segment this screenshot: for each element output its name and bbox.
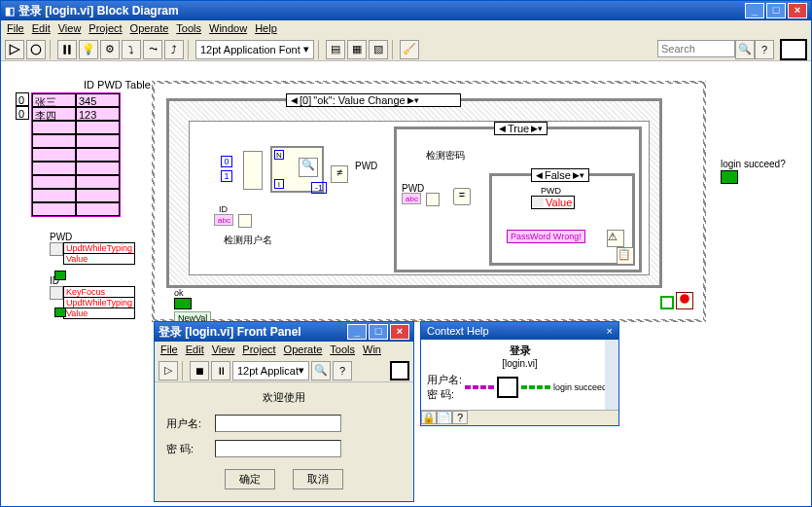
cleanup-button[interactable]: 🧹 — [400, 40, 419, 59]
menu-tools[interactable]: Tools — [176, 22, 201, 36]
table-row[interactable]: 345 — [76, 93, 120, 107]
fp-menu-edit[interactable]: Edit — [186, 344, 204, 357]
fp-menu-operate[interactable]: Operate — [284, 344, 323, 357]
event-prev-icon[interactable]: ◀ — [291, 95, 298, 105]
ch-close-icon[interactable]: × — [607, 325, 613, 337]
table-index-1[interactable]: 0 — [16, 106, 29, 120]
table-row[interactable]: 张三 — [32, 93, 76, 107]
dialog-outer[interactable]: 📋 — [617, 247, 634, 265]
menu-window[interactable]: Window — [209, 22, 247, 36]
id-control[interactable]: abc — [214, 214, 233, 226]
fp-ok-button[interactable]: 确定 — [225, 469, 275, 489]
context-help-window[interactable]: Context Help × 登录 [login.vi] 用户名: 密 码: l… — [420, 321, 619, 426]
pwd-control[interactable]: abc — [402, 193, 421, 204]
fp-help-icon[interactable]: ? — [333, 361, 352, 380]
search-icon[interactable]: 🔍 — [735, 40, 755, 59]
fp-search-icon[interactable]: 🔍 — [311, 361, 331, 380]
menu-view[interactable]: View — [58, 22, 82, 36]
fp-font-selector[interactable]: 12pt Applicat▾ — [232, 361, 309, 380]
unbundle-node[interactable] — [243, 151, 263, 190]
event-structure[interactable]: ◀ [0] "ok": Value Change ▶▾ ◀True▶▾ 检测密码… — [166, 98, 662, 288]
const-0[interactable]: 0 — [221, 156, 232, 167]
loop-tunnel[interactable] — [660, 296, 674, 309]
pause-button[interactable] — [57, 40, 77, 59]
case-false-selector[interactable]: ◀False▶▾ — [531, 168, 589, 182]
distribute-button[interactable]: ▦ — [347, 40, 367, 59]
dialog-node[interactable]: ⚠ — [607, 230, 624, 247]
fp-titlebar[interactable]: 登录 [login.vi] Front Panel _ □ × — [155, 322, 413, 342]
minus1-const[interactable]: -1 — [311, 182, 327, 194]
index-array-1[interactable] — [238, 214, 252, 228]
menu-operate[interactable]: Operate — [130, 22, 169, 36]
fp-cancel-button[interactable]: 取消 — [293, 469, 343, 489]
ch-lock-icon[interactable]: 🔒 — [421, 411, 437, 424]
fp-close[interactable]: × — [390, 324, 409, 340]
fp-menu-view[interactable]: View — [212, 344, 235, 357]
ch-detail-icon[interactable]: 📄 — [437, 411, 452, 424]
reorder-button[interactable]: ▧ — [369, 40, 388, 59]
case-false[interactable]: ◀False▶▾ PWD Value PassWord Wrong! ⚠ — [489, 173, 635, 266]
case-true-selector[interactable]: ◀True▶▾ — [494, 122, 547, 135]
fp-pwd-input[interactable] — [215, 440, 341, 457]
font-selector[interactable]: 12pt Application Font ▾ — [195, 40, 314, 59]
id-keyfocus-prop: KeyFocus — [64, 287, 134, 298]
table-row[interactable]: 李四 — [32, 107, 76, 121]
fp-menu-tools[interactable]: Tools — [330, 344, 355, 357]
front-panel-window[interactable]: 登录 [login.vi] Front Panel _ □ × File Edi… — [154, 321, 414, 502]
fp-maximize[interactable]: □ — [369, 324, 388, 340]
event-next-icon[interactable]: ▶▾ — [407, 95, 419, 105]
table-row[interactable]: 123 — [76, 107, 120, 121]
loop-stop-icon[interactable] — [676, 292, 693, 309]
ch-help-icon[interactable]: ? — [452, 411, 468, 424]
menu-file[interactable]: File — [7, 22, 24, 36]
table-index-0[interactable]: 0 — [16, 92, 29, 106]
retain-wire-button[interactable]: ⚙ — [100, 40, 120, 59]
search-1d-node[interactable]: 🔍 — [299, 158, 318, 177]
step-out-button[interactable]: ⤴ — [164, 40, 184, 59]
search-input[interactable] — [657, 40, 735, 57]
align-button[interactable]: ▤ — [326, 40, 345, 59]
not-equal-node[interactable]: ≠ — [331, 165, 348, 183]
run-continuous-button[interactable] — [26, 40, 46, 59]
menu-help[interactable]: Help — [255, 22, 277, 36]
pwd-label: PWD — [50, 232, 135, 242]
fp-vi-icon[interactable] — [390, 361, 409, 380]
login-succeed-label: login succeed? — [721, 159, 786, 169]
tf-terminal[interactable] — [174, 298, 192, 309]
close-button[interactable]: × — [788, 3, 807, 18]
index-array-2[interactable] — [426, 193, 440, 206]
fp-pause-button[interactable]: ⏸ — [211, 361, 230, 380]
svg-rect-2 — [63, 45, 65, 54]
while-loop[interactable]: ◀ [0] "ok": Value Change ▶▾ ◀True▶▾ 检测密码… — [152, 81, 706, 322]
fp-stop-button[interactable]: ⏹ — [190, 361, 209, 380]
menu-edit[interactable]: Edit — [32, 22, 51, 36]
help-icon[interactable]: ? — [755, 40, 774, 59]
fp-minimize[interactable]: _ — [347, 324, 367, 340]
fp-user-input[interactable] — [215, 415, 341, 432]
vi-icon[interactable] — [780, 39, 807, 60]
login-succeed-indicator[interactable] — [721, 170, 738, 184]
true-constant-1[interactable] — [54, 271, 66, 280]
fp-body: 欢迎使用 用户名: 密 码: 确定 取消 — [155, 382, 413, 497]
step-over-button[interactable]: ⤳ — [143, 40, 162, 59]
highlight-button[interactable]: 💡 — [79, 40, 98, 59]
equal-node-2[interactable]: = — [453, 188, 471, 205]
ch-scrollbar[interactable] — [605, 340, 618, 410]
menu-project[interactable]: Project — [88, 22, 122, 36]
run-button[interactable] — [5, 40, 24, 59]
passwrong-constant[interactable]: PassWord Wrong! — [507, 230, 585, 243]
fp-menu-file[interactable]: File — [160, 344, 178, 357]
maximize-button[interactable]: □ — [766, 3, 786, 18]
ch-titlebar[interactable]: Context Help × — [421, 322, 618, 340]
const-1[interactable]: 1 — [221, 170, 232, 182]
true-constant-2[interactable] — [54, 308, 66, 317]
fp-menu-project[interactable]: Project — [242, 344, 275, 357]
minimize-button[interactable]: _ — [745, 3, 764, 18]
fp-menu-win[interactable]: Win — [363, 344, 381, 357]
pwd-property-node[interactable]: PWD UpdtWhileTyping Value — [50, 232, 135, 265]
event-case-selector[interactable]: ◀ [0] "ok": Value Change ▶▾ — [286, 93, 461, 107]
step-into-button[interactable]: ⤵ — [122, 40, 141, 59]
fp-run-button[interactable]: ▷ — [159, 361, 178, 380]
main-titlebar[interactable]: ◧ 登录 [login.vi] Block Diagram _ □ × — [1, 1, 811, 20]
case-true[interactable]: ◀True▶▾ 检测密码 PWD abc = ◀False▶▾ PWD Valu… — [394, 127, 642, 272]
